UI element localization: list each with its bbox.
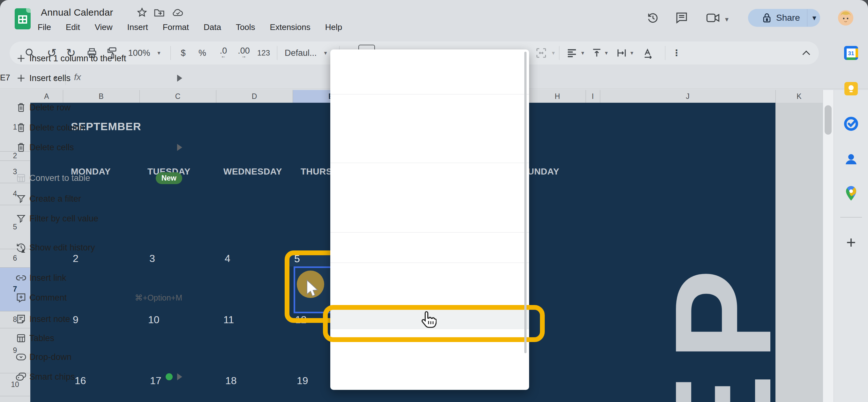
submenu-arrow-icon <box>177 373 182 380</box>
arrow-cursor <box>306 279 319 298</box>
menu-item-insert-cells[interactable]: Insert cells <box>0 68 199 88</box>
menu-help[interactable]: Help <box>325 22 342 34</box>
text-rotation-icon[interactable] <box>640 41 657 64</box>
green-dot-icon <box>166 373 173 380</box>
sidebar-divider <box>840 217 862 218</box>
edit-history-icon <box>15 241 27 254</box>
menu-format[interactable]: Format <box>163 22 189 34</box>
keep-app-icon[interactable] <box>841 79 861 98</box>
menu-item-insert-link[interactable]: Insert link <box>0 268 199 288</box>
meet-camera-icon[interactable] <box>706 12 720 24</box>
side-panel: 31 + <box>834 90 868 402</box>
comments-icon[interactable] <box>675 11 688 24</box>
number-format-button[interactable]: 123 <box>255 41 272 64</box>
user-avatar[interactable] <box>838 10 853 26</box>
menu-item-delete-row[interactable]: Delete row <box>0 98 199 117</box>
menu-bar: File Edit View Insert Format Data Tools … <box>38 22 342 34</box>
outside-month-column <box>775 103 823 402</box>
menu-extensions[interactable]: Extensions <box>270 22 310 34</box>
menu-data[interactable]: Data <box>204 22 221 34</box>
text-wrap-caret-icon[interactable]: ▾ <box>628 41 636 64</box>
decorative-month-art: SEP <box>655 219 775 402</box>
day-cell: 19 <box>297 375 308 387</box>
table-icon <box>15 332 27 345</box>
share-button[interactable]: Share ▾ <box>748 9 820 27</box>
horizontal-align-icon[interactable] <box>564 41 580 64</box>
document-title[interactable]: Annual Calendar <box>41 7 113 18</box>
text-wrap-icon[interactable] <box>614 41 629 64</box>
submenu-arrow-icon <box>177 144 182 151</box>
menu-item-create-filter[interactable]: Create a filter <box>0 189 199 209</box>
sheets-logo-icon[interactable] <box>15 8 31 29</box>
toolbar-more-icon[interactable]: ⋮ <box>670 41 684 64</box>
menu-item-drop-down[interactable]: Drop-down <box>0 347 199 367</box>
weekday-wednesday: WEDNESDAY <box>223 166 282 177</box>
tasks-app-icon[interactable] <box>841 114 861 133</box>
col-header-I[interactable]: I <box>586 90 600 103</box>
menu-item-comment[interactable]: Comment ⌘+Option+M <box>0 288 199 308</box>
lock-icon <box>762 12 772 23</box>
menu-edit[interactable]: Edit <box>66 22 80 34</box>
move-folder-icon[interactable] <box>154 8 165 17</box>
day-cell: 4 <box>225 253 230 265</box>
col-header-J[interactable]: J <box>600 90 775 103</box>
day-cell: 11 <box>223 314 234 326</box>
trash-icon <box>15 121 27 134</box>
sheet-vertical-scrollbar[interactable] <box>823 90 834 402</box>
table-icon <box>15 172 27 184</box>
collapse-toolbar-icon[interactable] <box>798 41 814 64</box>
smart-chips-icon <box>15 370 27 383</box>
dropdown-chip-icon <box>15 351 27 363</box>
menu-item-show-edit-history[interactable]: Show edit history <box>0 238 199 257</box>
star-icon[interactable] <box>136 7 148 18</box>
add-panel-icon[interactable]: + <box>841 233 861 252</box>
vertical-align-caret-icon[interactable]: ▾ <box>602 41 610 64</box>
menu-insert[interactable]: Insert <box>127 22 148 34</box>
menu-item-insert-column-left[interactable]: Insert 1 column to the left <box>0 49 199 68</box>
menu-item-filter-by-cell-value[interactable]: Filter by cell value <box>0 209 199 228</box>
menu-item-delete-cells[interactable]: Delete cells <box>0 137 199 157</box>
cloud-saved-icon[interactable] <box>172 8 184 17</box>
menu-item-insert-note[interactable]: Insert note <box>0 309 199 329</box>
contacts-app-icon[interactable] <box>841 150 861 169</box>
version-history-icon[interactable] <box>647 11 659 24</box>
col-header-K[interactable]: K <box>775 90 823 103</box>
trash-icon <box>15 141 27 154</box>
maps-app-icon[interactable] <box>841 184 861 203</box>
vertical-align-icon[interactable] <box>589 41 604 64</box>
menu-item-tables[interactable]: Tables <box>0 329 199 347</box>
link-icon <box>15 272 27 284</box>
trash-icon <box>15 101 27 114</box>
calendar-app-icon[interactable]: 31 <box>841 43 861 63</box>
col-header-D[interactable]: D <box>216 90 292 103</box>
plus-icon <box>15 72 27 85</box>
comment-plus-icon <box>15 291 27 304</box>
day-cell: 18 <box>225 375 237 387</box>
font-family-select[interactable]: Defaul... <box>285 41 326 64</box>
col-header-H[interactable]: H <box>529 90 586 103</box>
merge-cells-icon[interactable] <box>533 41 549 64</box>
share-label: Share <box>776 13 800 23</box>
sheets-window: Annual Calendar File Edit View Insert Fo… <box>0 0 868 402</box>
filter-icon <box>15 192 27 205</box>
increase-decimal-button[interactable]: .00→ <box>235 41 253 64</box>
meet-caret-icon[interactable]: ▾ <box>725 15 728 24</box>
filter-icon <box>15 212 27 225</box>
menu-scrollbar-thumb[interactable] <box>524 52 527 353</box>
share-caret-icon[interactable]: ▾ <box>812 13 816 22</box>
merge-caret-icon[interactable]: ▾ <box>550 41 557 64</box>
horizontal-align-caret-icon[interactable]: ▾ <box>579 41 587 64</box>
menu-item-smart-chips[interactable]: Smart chips <box>0 367 199 387</box>
menu-view[interactable]: View <box>95 22 113 34</box>
menu-tools[interactable]: Tools <box>236 22 255 34</box>
font-caret-icon[interactable]: ▾ <box>322 41 329 64</box>
menu-item-delete-column[interactable]: Delete column <box>0 118 199 137</box>
decrease-decimal-button[interactable]: .0← <box>214 41 232 64</box>
scrollbar-thumb[interactable] <box>825 105 832 135</box>
svg-text:31: 31 <box>848 51 854 57</box>
submenu-arrow-icon <box>177 75 182 82</box>
screenshot-stage: Annual Calendar File Edit View Insert Fo… <box>0 0 868 402</box>
menu-file[interactable]: File <box>38 22 51 34</box>
menu-item-convert-to-table[interactable]: Convert to table New <box>0 168 199 188</box>
comment-shortcut: ⌘+Option+M <box>135 293 182 303</box>
